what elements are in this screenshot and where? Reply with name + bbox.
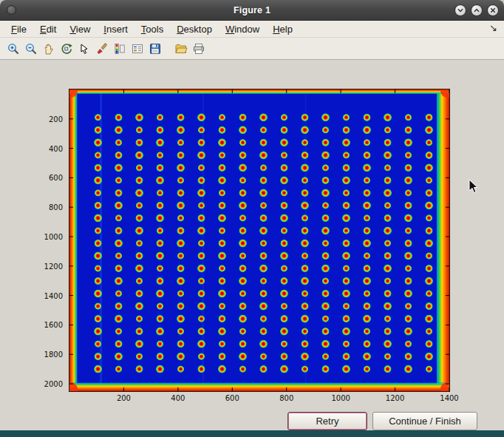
menu-insert[interactable]: Insert bbox=[97, 22, 134, 36]
chevron-up-icon bbox=[473, 7, 480, 14]
floppy-save-icon bbox=[149, 42, 162, 55]
rotate-3d-icon bbox=[60, 42, 73, 55]
menu-edit[interactable]: Edit bbox=[33, 22, 63, 36]
hand-icon bbox=[42, 42, 55, 55]
chevron-down-icon bbox=[457, 7, 464, 14]
y-tick-label: 2000 bbox=[35, 380, 63, 388]
brush-icon bbox=[95, 42, 109, 55]
minimize-button[interactable] bbox=[454, 4, 466, 16]
bottom-edge-strip bbox=[0, 430, 504, 437]
printer-icon bbox=[192, 42, 205, 55]
close-button[interactable] bbox=[487, 4, 499, 16]
plot-axes[interactable]: 200400600800100012001400160018002000 200… bbox=[69, 89, 450, 392]
heatmap-image[interactable] bbox=[69, 89, 449, 391]
open-button[interactable] bbox=[173, 41, 188, 57]
menu-window[interactable]: Window bbox=[219, 22, 266, 36]
save-button[interactable] bbox=[147, 41, 163, 57]
maximize-button[interactable] bbox=[471, 4, 483, 16]
y-tick-label: 200 bbox=[35, 115, 63, 123]
y-tick-label: 1400 bbox=[35, 291, 63, 299]
legend-icon bbox=[131, 42, 144, 55]
x-tick-label: 800 bbox=[279, 394, 293, 402]
continue-finish-button[interactable]: Continue / Finish bbox=[372, 412, 477, 430]
dock-figure-icon[interactable]: ↘ bbox=[489, 22, 497, 33]
zoom-in-icon bbox=[7, 42, 20, 55]
rotate-3d-button[interactable] bbox=[58, 41, 74, 57]
window-title: Figure 1 bbox=[234, 5, 270, 16]
pan-button[interactable] bbox=[41, 41, 56, 57]
insert-colorbar-button[interactable] bbox=[112, 41, 127, 57]
figure-window: Figure 1 File Edit View Insert Tools Des… bbox=[0, 0, 504, 437]
y-tick-label: 400 bbox=[35, 144, 63, 152]
data-cursor-button[interactable] bbox=[76, 41, 92, 57]
x-tick-label: 200 bbox=[117, 394, 131, 402]
zoom-in-button[interactable] bbox=[5, 41, 21, 57]
figure-toolbar bbox=[0, 38, 504, 60]
menu-help[interactable]: Help bbox=[266, 22, 299, 36]
y-tick-label: 800 bbox=[35, 203, 63, 211]
x-tick-label: 600 bbox=[225, 394, 239, 402]
brush-button[interactable] bbox=[94, 41, 109, 57]
y-tick-label: 1800 bbox=[35, 350, 63, 359]
close-icon bbox=[489, 7, 497, 14]
print-button[interactable] bbox=[191, 41, 206, 57]
figure-canvas: 200400600800100012001400160018002000 200… bbox=[0, 60, 504, 430]
insert-legend-button[interactable] bbox=[129, 41, 145, 57]
y-tick-label: 1200 bbox=[35, 262, 63, 270]
x-tick-label: 1400 bbox=[440, 394, 458, 402]
y-tick-label: 600 bbox=[35, 174, 63, 182]
menu-file[interactable]: File bbox=[4, 22, 33, 36]
window-menu-icon[interactable] bbox=[7, 5, 16, 15]
x-tick-label: 1000 bbox=[331, 394, 350, 402]
x-tick-label: 1200 bbox=[386, 394, 404, 402]
data-cursor-icon bbox=[78, 42, 91, 55]
y-tick-label: 1000 bbox=[35, 233, 63, 241]
zoom-out-button[interactable] bbox=[23, 41, 38, 57]
x-tick-label: 400 bbox=[171, 394, 185, 402]
colorbar-icon bbox=[113, 42, 126, 55]
y-tick-label: 1600 bbox=[35, 321, 63, 329]
retry-button[interactable]: Retry bbox=[287, 412, 367, 430]
menu-tools[interactable]: Tools bbox=[134, 22, 170, 36]
titlebar[interactable]: Figure 1 bbox=[0, 0, 504, 21]
open-folder-icon bbox=[174, 42, 188, 55]
menubar: File Edit View Insert Tools Desktop Wind… bbox=[0, 21, 504, 38]
y-axis-tick-labels: 200400600800100012001400160018002000 bbox=[35, 89, 66, 391]
menu-desktop[interactable]: Desktop bbox=[170, 22, 219, 36]
window-controls bbox=[454, 4, 499, 16]
menu-view[interactable]: View bbox=[63, 22, 97, 36]
x-axis-tick-labels: 200400600800100012001400 bbox=[69, 394, 449, 404]
zoom-out-icon bbox=[24, 42, 38, 55]
